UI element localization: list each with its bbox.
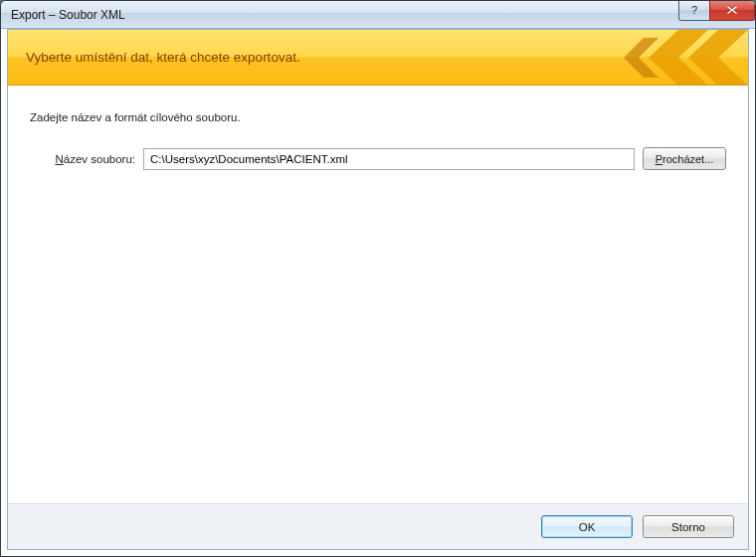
cancel-button[interactable]: Storno — [643, 515, 734, 538]
help-icon: ? — [691, 4, 697, 16]
filename-input[interactable] — [143, 148, 635, 170]
help-button[interactable]: ? — [678, 1, 710, 21]
arrows-icon — [529, 30, 748, 86]
ok-button[interactable]: OK — [541, 515, 633, 538]
dialog-footer: OK Storno — [8, 503, 748, 549]
dialog-panel: Vyberte umístění dat, která chcete expor… — [7, 29, 749, 550]
instruction-text: Zadejte název a formát cílového souboru. — [30, 111, 726, 123]
header-band: Vyberte umístění dat, která chcete expor… — [8, 30, 748, 86]
content-area: Zadejte název a formát cílového souboru.… — [8, 86, 748, 503]
header-heading: Vyberte umístění dat, která chcete expor… — [26, 50, 300, 65]
close-icon — [726, 5, 738, 15]
svg-marker-1 — [688, 30, 748, 86]
svg-marker-2 — [624, 38, 659, 78]
filename-label: Název souboru: — [30, 153, 135, 165]
svg-marker-0 — [649, 30, 708, 86]
close-button[interactable] — [709, 1, 755, 21]
browse-button[interactable]: Procházet... — [643, 147, 726, 170]
window-title: Export – Soubor XML — [11, 8, 678, 22]
filename-row: Název souboru: Procházet... — [30, 147, 726, 170]
header-arrows-decoration — [529, 30, 748, 86]
titlebar[interactable]: Export – Soubor XML ? — [1, 1, 755, 29]
window-controls: ? — [678, 1, 755, 21]
export-xml-dialog: Export – Soubor XML ? Vyberte umístění d… — [0, 0, 756, 557]
